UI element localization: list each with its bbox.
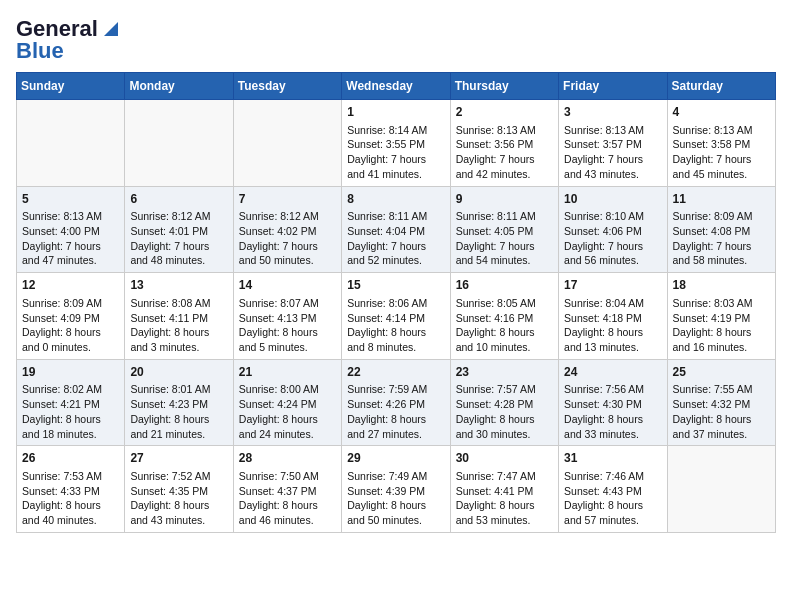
day-info: Sunrise: 7:53 AM (22, 469, 119, 484)
day-info: Sunset: 4:35 PM (130, 484, 227, 499)
day-info: Daylight: 8 hours (564, 498, 661, 513)
calendar-cell: 15Sunrise: 8:06 AMSunset: 4:14 PMDayligh… (342, 273, 450, 360)
day-info: Daylight: 8 hours (239, 412, 336, 427)
day-info: and 24 minutes. (239, 427, 336, 442)
day-info: and 18 minutes. (22, 427, 119, 442)
day-info: Sunset: 4:43 PM (564, 484, 661, 499)
day-info: Sunrise: 8:03 AM (673, 296, 770, 311)
day-info: Sunrise: 7:57 AM (456, 382, 553, 397)
day-info: Sunset: 4:06 PM (564, 224, 661, 239)
day-info: Sunset: 4:18 PM (564, 311, 661, 326)
calendar-cell: 29Sunrise: 7:49 AMSunset: 4:39 PMDayligh… (342, 446, 450, 533)
day-info: Sunrise: 7:49 AM (347, 469, 444, 484)
day-info: Sunset: 4:33 PM (22, 484, 119, 499)
day-info: Daylight: 8 hours (239, 325, 336, 340)
weekday-header: Thursday (450, 73, 558, 100)
svg-marker-0 (104, 22, 118, 36)
calendar-cell: 31Sunrise: 7:46 AMSunset: 4:43 PMDayligh… (559, 446, 667, 533)
day-info: Sunrise: 8:13 AM (673, 123, 770, 138)
calendar-cell: 24Sunrise: 7:56 AMSunset: 4:30 PMDayligh… (559, 359, 667, 446)
calendar-cell: 14Sunrise: 8:07 AMSunset: 4:13 PMDayligh… (233, 273, 341, 360)
day-info: and 54 minutes. (456, 253, 553, 268)
day-number: 6 (130, 191, 227, 208)
day-number: 3 (564, 104, 661, 121)
day-number: 20 (130, 364, 227, 381)
day-number: 8 (347, 191, 444, 208)
day-info: Daylight: 8 hours (564, 325, 661, 340)
day-info: Sunset: 4:41 PM (456, 484, 553, 499)
day-number: 21 (239, 364, 336, 381)
day-info: and 3 minutes. (130, 340, 227, 355)
calendar-cell: 9Sunrise: 8:11 AMSunset: 4:05 PMDaylight… (450, 186, 558, 273)
day-info: Sunrise: 8:12 AM (239, 209, 336, 224)
day-info: and 30 minutes. (456, 427, 553, 442)
calendar-cell: 12Sunrise: 8:09 AMSunset: 4:09 PMDayligh… (17, 273, 125, 360)
day-info: Sunrise: 7:50 AM (239, 469, 336, 484)
day-number: 26 (22, 450, 119, 467)
day-info: Sunrise: 7:52 AM (130, 469, 227, 484)
day-info: Sunrise: 8:01 AM (130, 382, 227, 397)
day-info: Sunset: 4:13 PM (239, 311, 336, 326)
day-info: Daylight: 8 hours (22, 325, 119, 340)
day-info: Daylight: 7 hours (564, 239, 661, 254)
calendar-cell: 2Sunrise: 8:13 AMSunset: 3:56 PMDaylight… (450, 100, 558, 187)
day-number: 12 (22, 277, 119, 294)
day-info: Daylight: 7 hours (130, 239, 227, 254)
calendar-cell (233, 100, 341, 187)
day-info: Sunset: 4:14 PM (347, 311, 444, 326)
day-info: Sunset: 4:04 PM (347, 224, 444, 239)
day-info: and 21 minutes. (130, 427, 227, 442)
calendar-cell: 8Sunrise: 8:11 AMSunset: 4:04 PMDaylight… (342, 186, 450, 273)
day-info: Sunset: 3:57 PM (564, 137, 661, 152)
day-info: and 43 minutes. (130, 513, 227, 528)
day-info: Sunset: 4:30 PM (564, 397, 661, 412)
day-info: Sunrise: 7:46 AM (564, 469, 661, 484)
day-info: Sunset: 4:02 PM (239, 224, 336, 239)
day-info: Daylight: 7 hours (456, 152, 553, 167)
day-info: and 13 minutes. (564, 340, 661, 355)
day-info: Sunset: 4:01 PM (130, 224, 227, 239)
day-info: Sunrise: 8:05 AM (456, 296, 553, 311)
calendar-cell: 18Sunrise: 8:03 AMSunset: 4:19 PMDayligh… (667, 273, 775, 360)
day-number: 1 (347, 104, 444, 121)
day-info: and 40 minutes. (22, 513, 119, 528)
day-info: Sunset: 4:23 PM (130, 397, 227, 412)
calendar-cell: 13Sunrise: 8:08 AMSunset: 4:11 PMDayligh… (125, 273, 233, 360)
calendar-cell (125, 100, 233, 187)
calendar-cell (667, 446, 775, 533)
day-info: Sunrise: 8:14 AM (347, 123, 444, 138)
calendar-header-row: SundayMondayTuesdayWednesdayThursdayFrid… (17, 73, 776, 100)
day-number: 13 (130, 277, 227, 294)
day-info: Sunrise: 8:13 AM (22, 209, 119, 224)
calendar-cell: 23Sunrise: 7:57 AMSunset: 4:28 PMDayligh… (450, 359, 558, 446)
day-info: Sunrise: 7:47 AM (456, 469, 553, 484)
day-info: and 8 minutes. (347, 340, 444, 355)
day-info: and 47 minutes. (22, 253, 119, 268)
calendar-cell: 4Sunrise: 8:13 AMSunset: 3:58 PMDaylight… (667, 100, 775, 187)
day-info: Sunset: 4:39 PM (347, 484, 444, 499)
day-info: Sunrise: 8:13 AM (564, 123, 661, 138)
day-info: Sunset: 4:05 PM (456, 224, 553, 239)
day-info: Sunrise: 8:11 AM (347, 209, 444, 224)
day-info: Sunset: 4:24 PM (239, 397, 336, 412)
day-info: and 43 minutes. (564, 167, 661, 182)
logo: General Blue (16, 16, 122, 64)
weekday-header: Saturday (667, 73, 775, 100)
day-number: 5 (22, 191, 119, 208)
day-info: and 37 minutes. (673, 427, 770, 442)
day-info: Daylight: 7 hours (673, 239, 770, 254)
day-info: Daylight: 7 hours (239, 239, 336, 254)
day-info: Sunset: 4:37 PM (239, 484, 336, 499)
day-info: Daylight: 8 hours (22, 498, 119, 513)
day-info: and 56 minutes. (564, 253, 661, 268)
day-number: 25 (673, 364, 770, 381)
day-info: Sunrise: 8:06 AM (347, 296, 444, 311)
weekday-header: Monday (125, 73, 233, 100)
day-info: Daylight: 8 hours (22, 412, 119, 427)
calendar-cell: 5Sunrise: 8:13 AMSunset: 4:00 PMDaylight… (17, 186, 125, 273)
calendar-cell: 26Sunrise: 7:53 AMSunset: 4:33 PMDayligh… (17, 446, 125, 533)
day-info: Sunset: 4:09 PM (22, 311, 119, 326)
day-info: Daylight: 8 hours (347, 412, 444, 427)
day-number: 2 (456, 104, 553, 121)
day-info: and 45 minutes. (673, 167, 770, 182)
